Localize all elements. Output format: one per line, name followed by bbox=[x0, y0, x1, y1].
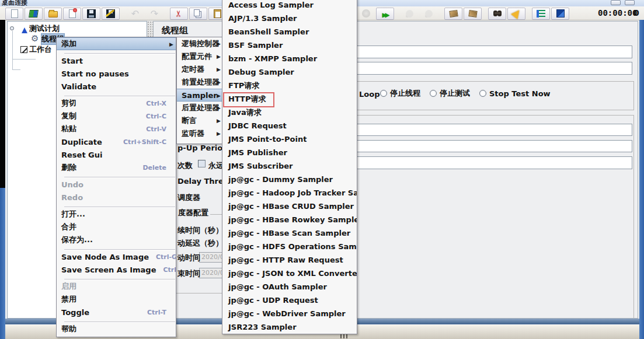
menu-item[interactable]: jp@gc - HBase Rowkey Sampler bbox=[222, 213, 357, 226]
reset-search-button[interactable] bbox=[507, 8, 525, 20]
new-file-button[interactable] bbox=[5, 8, 23, 20]
menu-item[interactable]: jp@gc - JSON to XML Converter bbox=[222, 267, 357, 280]
clear-button[interactable] bbox=[444, 8, 462, 20]
menu-item[interactable]: jp@gc - HBase Scan Sampler bbox=[222, 226, 357, 240]
menu-item-enable[interactable]: 启用 bbox=[57, 280, 176, 293]
toolbar-button[interactable] bbox=[395, 8, 399, 20]
restart-button[interactable] bbox=[376, 8, 394, 20]
menu-item-save-screen-image[interactable]: Save Screen As Image Ctrl+Shift-G bbox=[57, 263, 176, 276]
open-button[interactable] bbox=[44, 8, 62, 20]
stop-button[interactable] bbox=[357, 8, 375, 20]
menu-item-reset-gui[interactable]: Reset Gui bbox=[57, 148, 176, 161]
tree-collapse-icon[interactable] bbox=[10, 26, 14, 30]
menu-item-copy[interactable]: 复制 Ctrl-C bbox=[57, 110, 176, 123]
menu-item[interactable]: Debug Sampler bbox=[222, 65, 357, 79]
menu-item-label: Toggle bbox=[61, 308, 89, 317]
menu-item[interactable]: BeanShell Sampler bbox=[222, 25, 357, 39]
menu-item-timer[interactable]: 定时器 bbox=[177, 63, 223, 76]
menu-item[interactable]: jp@gc - Hadoop Job Tracker Sampler bbox=[222, 186, 357, 200]
toolbar-button[interactable] bbox=[439, 8, 443, 20]
menu-item-add[interactable]: 添加 bbox=[57, 37, 176, 50]
menu-item-open[interactable]: 打开... bbox=[57, 208, 176, 221]
radio-option[interactable]: 停止测试 bbox=[430, 88, 470, 99]
remote-stop-button[interactable] bbox=[420, 8, 438, 20]
menu-item[interactable]: jp@gc - UDP Request bbox=[222, 293, 357, 307]
redo-button[interactable] bbox=[145, 8, 163, 20]
templates-button[interactable] bbox=[25, 8, 43, 20]
menu-item-duplicate[interactable]: Duplicate Ctrl+Shift-C bbox=[57, 135, 176, 148]
menu-item-config-element[interactable]: 配置元件 bbox=[177, 50, 223, 63]
menu-item-assertion[interactable]: 断言 bbox=[177, 114, 223, 127]
save-as-button[interactable] bbox=[102, 8, 120, 20]
toolbar-button[interactable] bbox=[527, 8, 531, 20]
menu-item[interactable] bbox=[57, 50, 176, 54]
menu-item[interactable] bbox=[57, 174, 176, 178]
toolbar-button[interactable] bbox=[165, 8, 169, 20]
clear-all-button[interactable] bbox=[464, 8, 482, 20]
menu-item-toggle[interactable]: Toggle Ctrl-T bbox=[57, 306, 176, 319]
menu-item[interactable] bbox=[57, 93, 176, 97]
close-button[interactable] bbox=[63, 8, 81, 20]
menu-item[interactable]: JMS Subscriber bbox=[222, 159, 357, 173]
toggle-log-button[interactable] bbox=[532, 8, 550, 20]
menu-item[interactable]: AJP/1.3 Sampler bbox=[222, 12, 357, 25]
save-button[interactable] bbox=[82, 8, 100, 20]
menu-item[interactable]: jp@gc - OAuth Sampler bbox=[222, 280, 357, 293]
menu-item-sampler[interactable]: Sampler bbox=[177, 89, 223, 102]
menu-item[interactable]: Access Log Sampler bbox=[222, 0, 357, 12]
toolbar-button[interactable] bbox=[483, 8, 487, 20]
menu-item[interactable]: BSF Sampler bbox=[222, 39, 357, 52]
menu-item-start[interactable]: Start bbox=[57, 54, 176, 67]
menu-item-undo[interactable]: Undo bbox=[57, 178, 176, 191]
menu-item[interactable] bbox=[57, 276, 176, 280]
menu-item-post-processor[interactable]: 后置处理器 bbox=[177, 102, 223, 114]
menu-item[interactable] bbox=[57, 246, 176, 250]
grip-icon[interactable] bbox=[340, 334, 347, 338]
menu-item-save-node-image[interactable]: Save Node As Image Ctrl-G bbox=[57, 250, 176, 263]
menu-item[interactable] bbox=[57, 204, 176, 208]
menu-item[interactable]: JSR223 Sampler bbox=[222, 320, 357, 334]
tree-item-test-plan[interactable]: 测试计划 bbox=[22, 23, 60, 33]
menu-item[interactable]: bzm - XMPP Sampler bbox=[222, 52, 357, 65]
remote-start-button[interactable] bbox=[401, 8, 419, 20]
error-count[interactable]: 0 bbox=[633, 8, 639, 18]
menu-item-label: jp@gc - OAuth Sampler bbox=[228, 282, 327, 291]
forever-checkbox[interactable] bbox=[198, 160, 206, 167]
menu-item-paste[interactable]: 粘贴 Ctrl-V bbox=[57, 123, 176, 135]
menu-item-start-no-pauses[interactable]: Start no pauses bbox=[57, 67, 176, 80]
menu-item-disable[interactable]: 禁用 bbox=[57, 293, 176, 306]
menu-item[interactable]: JDBC Request bbox=[222, 119, 357, 132]
menu-item-delete[interactable]: 删除 Delete bbox=[57, 161, 176, 174]
copy-button[interactable] bbox=[189, 8, 207, 20]
menu-item-save-as[interactable]: 保存为... bbox=[57, 233, 176, 246]
menu-item-merge[interactable]: 合并 bbox=[57, 221, 176, 233]
menu-item[interactable]: jp@gc - Dummy Sampler bbox=[222, 173, 357, 186]
menu-item-cut[interactable]: 剪切 Ctrl-X bbox=[57, 97, 176, 110]
undo-button[interactable] bbox=[126, 8, 144, 20]
cut-button[interactable] bbox=[170, 8, 188, 20]
menu-item[interactable]: FTP请求 bbox=[222, 79, 357, 92]
function-helper-button[interactable] bbox=[551, 8, 569, 20]
menu-item-validate[interactable]: Validate bbox=[57, 80, 176, 93]
tree-item-workbench[interactable]: 工作台 bbox=[20, 44, 52, 54]
menu-item[interactable]: jp@gc - HDFS Operations Sampler bbox=[222, 240, 357, 253]
menu-item[interactable]: jp@gc - HTTP Raw Request bbox=[222, 253, 357, 267]
menu-item[interactable] bbox=[57, 319, 176, 323]
menu-item-redo[interactable]: Redo bbox=[57, 191, 176, 204]
menu-item[interactable]: jp@gc - HBase CRUD Sampler bbox=[222, 200, 357, 213]
minimize-icon[interactable] bbox=[611, 0, 621, 5]
maximize-icon[interactable] bbox=[625, 0, 635, 5]
menu-item[interactable]: Java请求 bbox=[222, 106, 357, 119]
menu-item-logic-controller[interactable]: 逻辑控制器 bbox=[177, 37, 223, 50]
menu-item-help[interactable]: 帮助 bbox=[57, 323, 176, 335]
radio-option[interactable]: 停止线程 bbox=[380, 88, 420, 99]
menu-item-pre-processor[interactable]: 前置处理器 bbox=[177, 76, 223, 89]
menu-item[interactable]: JMS Publisher bbox=[222, 146, 357, 159]
toolbar-button[interactable] bbox=[121, 8, 125, 20]
menu-item-http-request[interactable]: HTTP请求 bbox=[222, 92, 357, 106]
menu-item[interactable]: jp@gc - WebDriver Sampler bbox=[222, 307, 357, 320]
menu-item-listener[interactable]: 监听器 bbox=[177, 127, 223, 140]
menu-item[interactable]: JMS Point-to-Point bbox=[222, 132, 357, 146]
search-button[interactable] bbox=[488, 8, 506, 20]
radio-option[interactable]: Stop Test Now bbox=[479, 89, 551, 98]
